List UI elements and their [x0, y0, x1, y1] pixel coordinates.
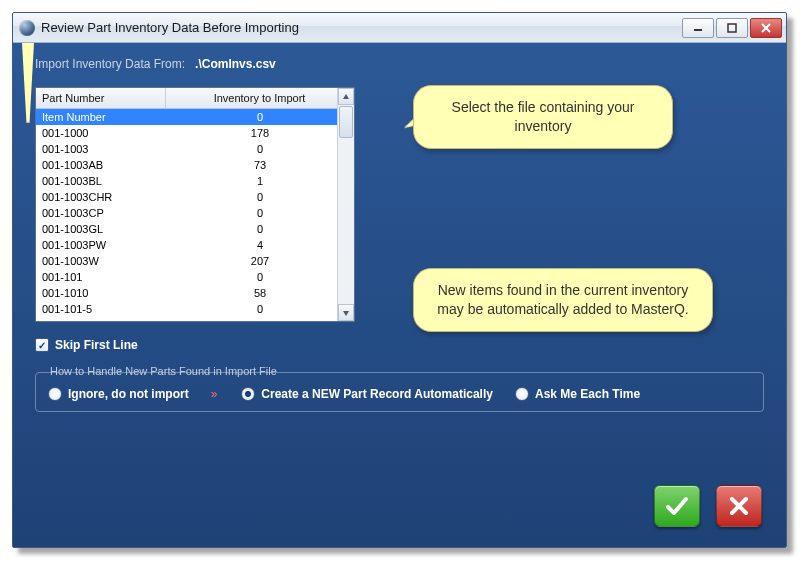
- table-row[interactable]: 001-101-50: [36, 301, 354, 317]
- cell-part-number: 001-1003CHR: [36, 189, 166, 205]
- table-body[interactable]: Item Number0001-1000178001-10030001-1003…: [36, 109, 354, 321]
- radio-ignore-label: Ignore, do not import: [68, 387, 189, 401]
- cell-inventory: 0: [166, 141, 354, 157]
- cell-inventory: 207: [166, 253, 354, 269]
- table-row[interactable]: 001-101058: [36, 285, 354, 301]
- svg-marker-5: [343, 311, 349, 316]
- cell-part-number: 001-1003GL: [36, 221, 166, 237]
- scrollbar: [337, 88, 354, 321]
- radio-create[interactable]: Create a NEW Part Record Automatically: [241, 387, 493, 401]
- svg-rect-1: [728, 24, 736, 32]
- window: Review Part Inventory Data Before Import…: [12, 12, 787, 548]
- cell-inventory: 1: [166, 173, 354, 189]
- table-header: Part Number Inventory to Import: [36, 88, 354, 109]
- table-row[interactable]: 001-1003GL0: [36, 221, 354, 237]
- x-icon: [727, 494, 751, 518]
- cell-part-number: 001-1003CP: [36, 205, 166, 221]
- table-row[interactable]: 001-10030: [36, 141, 354, 157]
- cell-inventory: 0: [166, 269, 354, 285]
- window-title: Review Part Inventory Data Before Import…: [41, 20, 676, 35]
- maximize-button[interactable]: [716, 18, 748, 38]
- ok-button[interactable]: [654, 485, 700, 527]
- cell-part-number: 001-1003PW: [36, 237, 166, 253]
- check-icon: ✓: [38, 340, 46, 351]
- scroll-up-button[interactable]: [338, 88, 354, 105]
- cell-inventory: 4: [166, 237, 354, 253]
- skip-first-line-row: ✓ Skip First Line: [35, 338, 764, 352]
- table-row[interactable]: 001-1003CHR0: [36, 189, 354, 205]
- svg-marker-4: [343, 94, 349, 99]
- scroll-track[interactable]: [338, 105, 354, 304]
- marker-icon: »: [211, 387, 220, 401]
- close-button[interactable]: [750, 18, 782, 38]
- new-parts-group: How to Handle New Parts Found in Import …: [35, 372, 764, 412]
- cell-part-number: 001-101-5: [36, 301, 166, 317]
- cell-inventory: 58: [166, 285, 354, 301]
- scroll-down-button[interactable]: [338, 304, 354, 321]
- cell-inventory: 0: [166, 205, 354, 221]
- table-row[interactable]: 001-1010: [36, 269, 354, 285]
- group-legend: How to Handle New Parts Found in Import …: [46, 365, 281, 377]
- import-from-file[interactable]: .\ComInvs.csv: [195, 57, 276, 71]
- skip-first-line-checkbox[interactable]: ✓: [35, 338, 49, 352]
- table-row[interactable]: 001-1003PW4: [36, 237, 354, 253]
- checkmark-icon: [664, 493, 690, 519]
- cell-part-number: 001-1003AB: [36, 157, 166, 173]
- window-controls: [682, 18, 782, 38]
- import-from-row: Import Inventory Data From: .\ComInvs.cs…: [35, 57, 764, 71]
- cell-part-number: 001-101: [36, 269, 166, 285]
- cell-part-number: 001-1010: [36, 285, 166, 301]
- radio-ask[interactable]: Ask Me Each Time: [515, 387, 640, 401]
- action-buttons: [654, 485, 762, 527]
- col-inventory[interactable]: Inventory to Import: [166, 88, 354, 108]
- minimize-button[interactable]: [682, 18, 714, 38]
- scroll-thumb[interactable]: [339, 106, 353, 138]
- titlebar: Review Part Inventory Data Before Import…: [13, 13, 786, 43]
- radio-icon: [48, 387, 62, 401]
- radio-icon: [241, 387, 255, 401]
- app-icon: [19, 20, 35, 36]
- radio-row: Ignore, do not import » Create a NEW Par…: [48, 387, 751, 401]
- radio-icon: [515, 387, 529, 401]
- cell-inventory: 0: [166, 221, 354, 237]
- cell-inventory: 0: [166, 189, 354, 205]
- table-row[interactable]: 001-1003BL1: [36, 173, 354, 189]
- radio-ask-label: Ask Me Each Time: [535, 387, 640, 401]
- table-row[interactable]: 001-1003AB73: [36, 157, 354, 173]
- callout-new-items: New items found in the current inventory…: [413, 268, 713, 332]
- table-row[interactable]: 001-1003CP0: [36, 205, 354, 221]
- radio-ignore[interactable]: Ignore, do not import: [48, 387, 189, 401]
- radio-create-label: Create a NEW Part Record Automatically: [261, 387, 493, 401]
- col-part-number[interactable]: Part Number: [36, 88, 166, 108]
- cell-inventory: 0: [166, 109, 354, 125]
- inventory-table: Part Number Inventory to Import Item Num…: [35, 87, 355, 322]
- table-row[interactable]: 001-1000178: [36, 125, 354, 141]
- import-from-label: Import Inventory Data From:: [35, 57, 185, 71]
- cancel-button[interactable]: [716, 485, 762, 527]
- cell-part-number: 001-1003W: [36, 253, 166, 269]
- cell-part-number: Item Number: [36, 109, 166, 125]
- cell-inventory: 73: [166, 157, 354, 173]
- table-row[interactable]: Item Number0: [36, 109, 354, 125]
- table-row[interactable]: 001-1003W207: [36, 253, 354, 269]
- cell-inventory: 0: [166, 301, 354, 317]
- cell-part-number: 001-1003BL: [36, 173, 166, 189]
- skip-first-line-label[interactable]: Skip First Line: [55, 338, 138, 352]
- cell-part-number: 001-1000: [36, 125, 166, 141]
- cell-part-number: 001-1003: [36, 141, 166, 157]
- callout-select-file: Select the file containing your inventor…: [413, 85, 673, 149]
- cell-inventory: 178: [166, 125, 354, 141]
